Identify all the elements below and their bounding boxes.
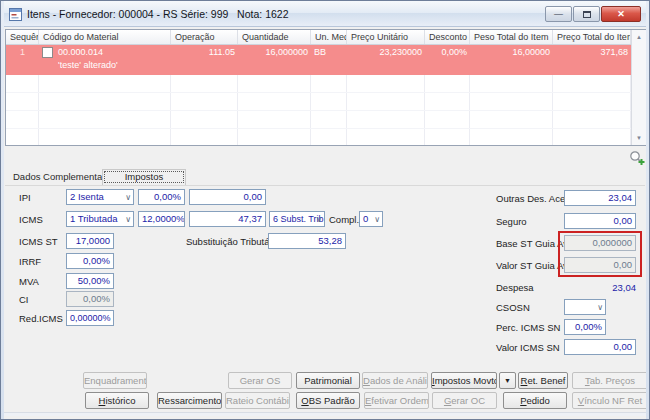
impostos-movto-dropdown-button[interactable]: ▼ xyxy=(499,372,516,389)
icms-percent-field[interactable]: 12,0000% xyxy=(138,211,185,227)
irrf-label: IRRF xyxy=(19,256,41,267)
ipi-label: IPI xyxy=(19,192,31,203)
items-grid-body: Sequência Código do Material Operação Qu… xyxy=(6,30,631,145)
rateio-contabil-button: Rateio Contábil xyxy=(225,392,290,409)
row-code: 00.000.014 xyxy=(58,46,118,59)
ipi-value-field[interactable]: 0,00 xyxy=(189,189,266,205)
chevron-down-icon: ∨ xyxy=(125,191,131,205)
row-weight-total: 16,00000 xyxy=(470,45,553,75)
icms-st-label: ICMS ST xyxy=(19,236,58,247)
despesa-value: 23,04 xyxy=(564,282,636,293)
outras-des-aces-label: Outras Des. Aces. xyxy=(496,193,573,204)
pedido-button[interactable]: Pedido xyxy=(503,392,567,409)
chevron-down-icon: ∨ xyxy=(374,213,380,227)
compl-label: Compl. xyxy=(329,214,359,225)
substituicao-tributaria-field[interactable]: 53,28 xyxy=(268,233,346,249)
minimize-button[interactable]: — xyxy=(545,6,572,22)
valor-icms-sn-field[interactable]: 0,00 xyxy=(564,339,636,355)
ci-field: 0,00% xyxy=(66,291,114,307)
tab-precos-button: Tab. Preços xyxy=(572,372,648,389)
icms-value-field[interactable]: 47,37 xyxy=(189,211,266,227)
close-icon: ✕ xyxy=(617,9,625,19)
tab-impostos[interactable]: Impostos xyxy=(102,169,186,185)
seguro-label: Seguro xyxy=(496,216,527,227)
items-grid: Sequência Código do Material Operação Qu… xyxy=(5,29,647,146)
column-header-preco-total[interactable]: Preço Total do Item xyxy=(553,30,631,44)
impostos-movto-button[interactable]: Impostos Movto xyxy=(431,372,497,389)
items-window: Itens - Fornecedor: 000004 - RS Série: 9… xyxy=(0,0,650,420)
grid-empty-row xyxy=(6,93,631,111)
enquadramento-button: Enquadramento xyxy=(83,372,147,389)
historico-button[interactable]: Histórico xyxy=(85,392,149,409)
csosn-label: CSOSN xyxy=(496,302,530,313)
valor-icms-sn-label: Valor ICMS SN xyxy=(496,342,560,353)
column-header-operacao[interactable]: Operação xyxy=(171,30,238,44)
row-description: 'teste' alterado' xyxy=(58,59,118,72)
scroll-down-icon[interactable]: ▼ xyxy=(632,131,646,145)
icms-select-value: 1 Tributada xyxy=(70,213,118,224)
icms-st-field[interactable]: 17,0000 xyxy=(66,233,114,249)
icms-subst-select[interactable]: 6 Subst. Trib∨ xyxy=(269,211,325,227)
patrimonial-button[interactable]: Patrimonial xyxy=(296,372,360,389)
close-button[interactable]: ✕ xyxy=(601,6,641,22)
column-header-desconto[interactable]: Desconto xyxy=(425,30,470,44)
column-header-codigo[interactable]: Código do Material xyxy=(39,30,171,44)
window-frame-right xyxy=(646,1,649,419)
ipi-select-value: 2 Isenta xyxy=(70,191,104,202)
zoom-magnifier-icon[interactable] xyxy=(629,150,645,166)
substituicao-tributaria-label: Substituição Tributária xyxy=(186,236,280,247)
panel-divider xyxy=(5,185,645,186)
despesa-label: Despesa xyxy=(496,282,534,293)
column-header-preco-unitario[interactable]: Preço Unitário xyxy=(347,30,425,44)
window-title: Itens - Fornecedor: 000004 - RS Série: 9… xyxy=(27,8,289,20)
ret-benef-button[interactable]: Ret. Benef xyxy=(518,372,568,389)
row-quantity: 16,000000 xyxy=(238,45,311,75)
row-price-total: 371,68 xyxy=(553,45,631,75)
base-st-guia-avulsa-field: 0,000000 xyxy=(564,235,636,251)
row-checkbox[interactable] xyxy=(42,47,53,58)
csosn-select[interactable]: ∨ xyxy=(564,299,606,315)
maximize-button[interactable] xyxy=(573,6,600,22)
ressarcimento-button[interactable]: Ressarcimento xyxy=(157,392,222,409)
column-header-peso-total[interactable]: Peso Total do Item xyxy=(470,30,553,44)
chevron-down-icon: ∨ xyxy=(597,301,603,315)
mva-label: MVA xyxy=(19,276,39,287)
dropdown-arrow-icon: ▼ xyxy=(504,377,511,384)
grid-empty-row xyxy=(6,129,631,145)
mva-field[interactable]: 50,00% xyxy=(66,273,114,289)
ipi-select[interactable]: 2 Isenta∨ xyxy=(66,189,134,205)
column-header-sequencia[interactable]: Sequência xyxy=(6,30,39,44)
tab-dados-complementares[interactable]: Dados Complementares xyxy=(13,171,115,182)
outras-des-aces-field[interactable]: 23,04 xyxy=(564,190,636,206)
grid-vertical-scrollbar[interactable]: ▲ ▼ xyxy=(631,30,646,145)
chevron-down-icon: ∨ xyxy=(125,213,131,227)
row-unit: BB xyxy=(311,45,347,75)
row-material: 00.000.014 'teste' alterado' xyxy=(39,45,171,75)
column-header-quantidade[interactable]: Quantidade xyxy=(238,30,311,44)
grid-empty-row xyxy=(6,111,631,129)
row-code-description: 00.000.014 'teste' alterado' xyxy=(58,46,118,74)
ci-label: CI xyxy=(19,294,29,305)
window-frame-left xyxy=(1,1,4,419)
minimize-icon: — xyxy=(554,9,563,19)
red-icms-label: Red.ICMS xyxy=(19,313,63,324)
red-icms-field[interactable]: 0,00000% xyxy=(66,310,114,326)
seguro-field[interactable]: 0,00 xyxy=(564,213,636,229)
row-operation: 111.05 xyxy=(171,45,238,75)
compl-select[interactable]: 0∨ xyxy=(359,211,383,227)
compl-value: 0 xyxy=(363,213,368,224)
table-row[interactable]: 1 00.000.014 'teste' alterado' 111.05 16… xyxy=(6,45,631,75)
valor-st-guia-avulsa-field: 0,00 xyxy=(564,257,636,273)
scroll-up-icon[interactable]: ▲ xyxy=(632,30,646,44)
irrf-field[interactable]: 0,00% xyxy=(66,253,114,269)
gerar-oc-button: Gerar OC xyxy=(432,392,497,409)
perc-icms-sn-label: Perc. ICMS SN xyxy=(496,322,560,333)
perc-icms-sn-field[interactable]: 0,00% xyxy=(564,319,606,335)
window-icon xyxy=(9,8,22,21)
ipi-percent-field[interactable]: 0,00% xyxy=(138,189,185,205)
column-header-un-med[interactable]: Un. Med. xyxy=(311,30,347,44)
title-bar[interactable]: Itens - Fornecedor: 000004 - RS Série: 9… xyxy=(1,1,649,27)
obs-padrao-button[interactable]: OBS Padrão xyxy=(296,392,360,409)
maximize-icon xyxy=(583,11,591,18)
icms-select[interactable]: 1 Tributada∨ xyxy=(66,211,134,227)
